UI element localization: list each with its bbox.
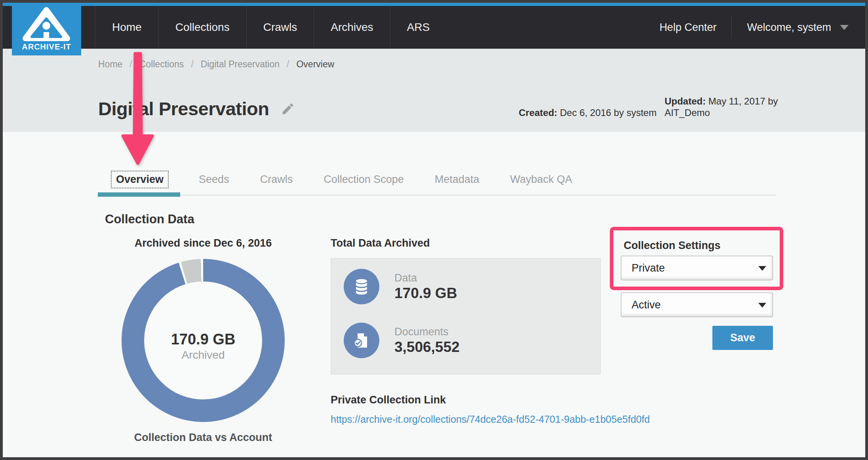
main-content: Overview Seeds Crawls Collection Scope M… bbox=[3, 132, 865, 460]
breadcrumb-collection-name[interactable]: Digital Preservation bbox=[201, 59, 280, 70]
nav-item-home[interactable]: Home bbox=[95, 6, 158, 49]
created-info: Created: Dec 6, 2016 by system bbox=[519, 107, 657, 118]
account-menu[interactable]: Welcome, system bbox=[732, 21, 849, 34]
donut-chart-caption: Collection Data vs Account bbox=[120, 431, 286, 444]
donut-chart-title: Archived since Dec 6, 2016 bbox=[120, 237, 286, 249]
save-button[interactable]: Save bbox=[712, 326, 773, 350]
breadcrumb-collections[interactable]: Collections bbox=[139, 59, 184, 70]
tab-collection-scope[interactable]: Collection Scope bbox=[324, 173, 404, 186]
breadcrumb: Home / Collections / Digital Preservatio… bbox=[98, 59, 334, 70]
select-caret-icon bbox=[758, 303, 766, 308]
nav-item-collections[interactable]: Collections bbox=[158, 6, 246, 49]
stat-value-documents: 3,506,552 bbox=[394, 339, 460, 355]
page-title: Digital Preservation bbox=[98, 98, 269, 120]
totals-panel: Data 170.9 GB Documents 3,506,552 bbox=[331, 258, 601, 374]
created-label: Created: bbox=[519, 107, 557, 118]
edit-title-button[interactable] bbox=[281, 102, 295, 116]
total-data-archived-heading: Total Data Archived bbox=[331, 237, 430, 249]
help-center-link[interactable]: Help Center bbox=[659, 21, 731, 34]
top-accent-strip bbox=[3, 3, 865, 6]
donut-center-label: Archived bbox=[182, 349, 225, 361]
collection-meta: Created: Dec 6, 2016 by system Updated: … bbox=[519, 95, 783, 119]
tab-seeds[interactable]: Seeds bbox=[199, 173, 229, 186]
updated-info: Updated: May 11, 2017 by AIT_Demo bbox=[664, 95, 783, 119]
tab-wayback-qa[interactable]: Wayback QA bbox=[510, 173, 572, 186]
welcome-label: Welcome, system bbox=[747, 21, 831, 34]
archive-it-mark-icon bbox=[12, 4, 81, 43]
breadcrumb-separator: / bbox=[287, 59, 289, 70]
select-caret-icon bbox=[758, 266, 766, 271]
stat-value-data: 170.9 GB bbox=[394, 285, 457, 302]
status-select[interactable]: Active bbox=[621, 293, 773, 317]
stat-row-data: Data 170.9 GB bbox=[344, 269, 600, 304]
pencil-icon bbox=[281, 102, 295, 116]
created-value: Dec 6, 2016 by system bbox=[560, 107, 657, 118]
status-select-value: Active bbox=[632, 299, 661, 311]
caret-down-icon bbox=[840, 25, 849, 30]
nav-right-group: Help Center Welcome, system bbox=[659, 6, 865, 49]
tab-overview[interactable]: Overview bbox=[112, 171, 168, 188]
private-collection-link-heading: Private Collection Link bbox=[331, 394, 446, 406]
donut-center-text: 170.9 GB Archived bbox=[122, 264, 285, 428]
active-tab-indicator bbox=[98, 192, 180, 197]
tab-crawls[interactable]: Crawls bbox=[260, 173, 293, 186]
tab-bar: Overview Seeds Crawls Collection Scope M… bbox=[112, 171, 572, 188]
donut-chart: 170.9 GB Archived bbox=[122, 259, 285, 422]
tab-metadata[interactable]: Metadata bbox=[435, 173, 480, 186]
visibility-select-value: Private bbox=[632, 262, 665, 274]
database-icon bbox=[344, 269, 379, 304]
private-collection-link[interactable]: https://archive-it.org/collections/74dce… bbox=[331, 414, 650, 425]
nav-item-archives[interactable]: Archives bbox=[314, 6, 390, 49]
stat-label-data: Data bbox=[394, 272, 457, 284]
archive-it-logo[interactable]: ARCHIVE-IT bbox=[12, 4, 81, 55]
updated-label: Updated: bbox=[664, 96, 706, 106]
nav-item-ars[interactable]: ARS bbox=[390, 6, 447, 49]
tab-baseline bbox=[98, 195, 776, 196]
stat-label-documents: Documents bbox=[394, 326, 460, 338]
breadcrumb-home[interactable]: Home bbox=[98, 59, 122, 70]
collection-data-heading: Collection Data bbox=[105, 212, 194, 226]
screenshot-frame: Home Collections Crawls Archives ARS Hel… bbox=[0, 0, 868, 460]
breadcrumb-separator: / bbox=[191, 59, 193, 70]
stat-row-documents: Documents 3,506,552 bbox=[344, 323, 600, 358]
breadcrumb-separator: / bbox=[129, 59, 132, 70]
document-check-icon bbox=[344, 323, 379, 358]
donut-center-value: 170.9 GB bbox=[171, 331, 236, 348]
nav-item-crawls[interactable]: Crawls bbox=[246, 6, 314, 49]
collection-settings-heading: Collection Settings bbox=[624, 240, 721, 252]
breadcrumb-current-page: Overview bbox=[296, 59, 334, 70]
archive-it-logo-text: ARCHIVE-IT bbox=[22, 42, 71, 51]
top-navigation: Home Collections Crawls Archives ARS Hel… bbox=[3, 6, 865, 49]
visibility-select[interactable]: Private bbox=[621, 256, 773, 280]
page-header: Home / Collections / Digital Preservatio… bbox=[3, 49, 865, 132]
